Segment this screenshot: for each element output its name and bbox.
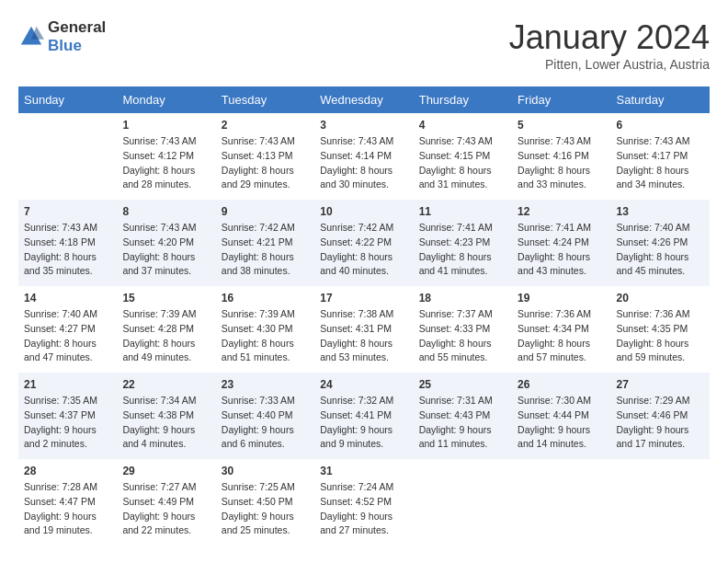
calendar-header: SundayMondayTuesdayWednesdayThursdayFrid… — [18, 86, 710, 113]
day-detail: Sunrise: 7:40 AMSunset: 4:26 PMDaylight:… — [617, 221, 704, 279]
day-detail: Sunrise: 7:43 AMSunset: 4:16 PMDaylight:… — [518, 134, 605, 192]
calendar-cell: 8Sunrise: 7:43 AMSunset: 4:20 PMDaylight… — [117, 200, 215, 286]
week-row-1: 7Sunrise: 7:43 AMSunset: 4:18 PMDaylight… — [18, 200, 710, 286]
day-detail: Sunrise: 7:28 AMSunset: 4:47 PMDaylight:… — [24, 480, 111, 538]
day-number: 7 — [24, 205, 111, 218]
day-number: 24 — [320, 378, 407, 391]
weekday-header-monday: Monday — [117, 86, 215, 113]
calendar-cell: 17Sunrise: 7:38 AMSunset: 4:31 PMDayligh… — [314, 286, 413, 373]
calendar-cell: 3Sunrise: 7:43 AMSunset: 4:14 PMDaylight… — [314, 113, 413, 200]
weekday-header-thursday: Thursday — [414, 86, 512, 113]
weekday-header-wednesday: Wednesday — [314, 86, 413, 113]
weekday-header-row: SundayMondayTuesdayWednesdayThursdayFrid… — [18, 86, 710, 113]
logo-text: General Blue — [48, 18, 106, 55]
day-detail: Sunrise: 7:25 AMSunset: 4:50 PMDaylight:… — [222, 480, 309, 538]
weekday-header-friday: Friday — [512, 86, 610, 113]
day-number: 1 — [122, 119, 210, 132]
calendar-cell: 29Sunrise: 7:27 AMSunset: 4:49 PMDayligh… — [117, 459, 215, 546]
calendar-table: SundayMondayTuesdayWednesdayThursdayFrid… — [18, 86, 710, 546]
calendar-cell: 9Sunrise: 7:42 AMSunset: 4:21 PMDaylight… — [216, 200, 314, 286]
day-number: 8 — [122, 205, 210, 218]
calendar-cell: 13Sunrise: 7:40 AMSunset: 4:26 PMDayligh… — [611, 200, 710, 286]
weekday-header-saturday: Saturday — [611, 86, 710, 113]
day-detail: Sunrise: 7:43 AMSunset: 4:12 PMDaylight:… — [122, 134, 210, 192]
day-detail: Sunrise: 7:43 AMSunset: 4:17 PMDaylight:… — [617, 134, 704, 192]
day-detail: Sunrise: 7:43 AMSunset: 4:13 PMDaylight:… — [222, 134, 309, 192]
day-number: 19 — [518, 292, 605, 304]
day-detail: Sunrise: 7:42 AMSunset: 4:21 PMDaylight:… — [222, 221, 309, 279]
day-detail: Sunrise: 7:27 AMSunset: 4:49 PMDaylight:… — [122, 480, 210, 538]
day-number: 18 — [419, 292, 506, 304]
calendar-cell: 19Sunrise: 7:36 AMSunset: 4:34 PMDayligh… — [512, 286, 610, 373]
day-detail: Sunrise: 7:38 AMSunset: 4:31 PMDaylight:… — [320, 307, 407, 365]
day-number: 14 — [24, 292, 111, 304]
day-number: 25 — [419, 378, 506, 391]
day-detail: Sunrise: 7:34 AMSunset: 4:38 PMDaylight:… — [122, 394, 210, 452]
calendar-cell: 30Sunrise: 7:25 AMSunset: 4:50 PMDayligh… — [216, 459, 314, 546]
day-detail: Sunrise: 7:35 AMSunset: 4:37 PMDaylight:… — [24, 394, 111, 452]
calendar-cell — [18, 113, 117, 200]
calendar-cell: 21Sunrise: 7:35 AMSunset: 4:37 PMDayligh… — [18, 373, 117, 459]
day-detail: Sunrise: 7:42 AMSunset: 4:22 PMDaylight:… — [320, 221, 407, 279]
calendar-cell: 24Sunrise: 7:32 AMSunset: 4:41 PMDayligh… — [314, 373, 413, 459]
day-number: 2 — [222, 119, 309, 132]
day-detail: Sunrise: 7:43 AMSunset: 4:18 PMDaylight:… — [24, 221, 111, 279]
calendar-cell — [611, 459, 710, 546]
day-number: 30 — [222, 465, 309, 477]
day-number: 26 — [518, 378, 605, 391]
day-detail: Sunrise: 7:24 AMSunset: 4:52 PMDaylight:… — [320, 480, 407, 538]
day-detail: Sunrise: 7:37 AMSunset: 4:33 PMDaylight:… — [419, 307, 506, 365]
title-block: January 2024 Pitten, Lower Austria, Aust… — [509, 18, 710, 72]
week-row-4: 28Sunrise: 7:28 AMSunset: 4:47 PMDayligh… — [18, 459, 710, 546]
week-row-3: 21Sunrise: 7:35 AMSunset: 4:37 PMDayligh… — [18, 373, 710, 459]
logo-icon — [18, 24, 44, 50]
calendar-cell: 10Sunrise: 7:42 AMSunset: 4:22 PMDayligh… — [314, 200, 413, 286]
day-number: 5 — [518, 119, 605, 132]
day-detail: Sunrise: 7:43 AMSunset: 4:14 PMDaylight:… — [320, 134, 407, 192]
day-number: 13 — [617, 205, 704, 218]
calendar-cell: 1Sunrise: 7:43 AMSunset: 4:12 PMDaylight… — [117, 113, 215, 200]
day-number: 29 — [122, 465, 210, 477]
page-header: General Blue January 2024 Pitten, Lower … — [18, 18, 710, 72]
day-detail: Sunrise: 7:36 AMSunset: 4:35 PMDaylight:… — [617, 307, 704, 365]
day-number: 17 — [320, 292, 407, 304]
day-detail: Sunrise: 7:30 AMSunset: 4:44 PMDaylight:… — [518, 394, 605, 452]
calendar-cell: 4Sunrise: 7:43 AMSunset: 4:15 PMDaylight… — [414, 113, 512, 200]
day-number: 28 — [24, 465, 111, 477]
calendar-cell: 15Sunrise: 7:39 AMSunset: 4:28 PMDayligh… — [117, 286, 215, 373]
calendar-cell: 12Sunrise: 7:41 AMSunset: 4:24 PMDayligh… — [512, 200, 610, 286]
day-number: 4 — [419, 119, 506, 132]
day-number: 22 — [122, 378, 210, 391]
calendar-cell: 5Sunrise: 7:43 AMSunset: 4:16 PMDaylight… — [512, 113, 610, 200]
calendar-cell: 28Sunrise: 7:28 AMSunset: 4:47 PMDayligh… — [18, 459, 117, 546]
calendar-cell: 2Sunrise: 7:43 AMSunset: 4:13 PMDaylight… — [216, 113, 314, 200]
day-number: 12 — [518, 205, 605, 218]
calendar-cell — [512, 459, 610, 546]
calendar-cell: 14Sunrise: 7:40 AMSunset: 4:27 PMDayligh… — [18, 286, 117, 373]
day-detail: Sunrise: 7:31 AMSunset: 4:43 PMDaylight:… — [419, 394, 506, 452]
calendar-cell: 27Sunrise: 7:29 AMSunset: 4:46 PMDayligh… — [611, 373, 710, 459]
day-number: 20 — [617, 292, 704, 304]
day-detail: Sunrise: 7:43 AMSunset: 4:20 PMDaylight:… — [122, 221, 210, 279]
day-detail: Sunrise: 7:39 AMSunset: 4:30 PMDaylight:… — [222, 307, 309, 365]
weekday-header-sunday: Sunday — [18, 86, 117, 113]
day-number: 27 — [617, 378, 704, 391]
calendar-cell: 26Sunrise: 7:30 AMSunset: 4:44 PMDayligh… — [512, 373, 610, 459]
calendar-cell: 18Sunrise: 7:37 AMSunset: 4:33 PMDayligh… — [414, 286, 512, 373]
day-detail: Sunrise: 7:40 AMSunset: 4:27 PMDaylight:… — [24, 307, 111, 365]
day-detail: Sunrise: 7:41 AMSunset: 4:23 PMDaylight:… — [419, 221, 506, 279]
day-detail: Sunrise: 7:33 AMSunset: 4:40 PMDaylight:… — [222, 394, 309, 452]
day-number: 23 — [222, 378, 309, 391]
day-number: 31 — [320, 465, 407, 477]
day-number: 15 — [122, 292, 210, 304]
week-row-2: 14Sunrise: 7:40 AMSunset: 4:27 PMDayligh… — [18, 286, 710, 373]
day-detail: Sunrise: 7:41 AMSunset: 4:24 PMDaylight:… — [518, 221, 605, 279]
day-number: 3 — [320, 119, 407, 132]
calendar-title: January 2024 — [509, 18, 710, 57]
day-detail: Sunrise: 7:32 AMSunset: 4:41 PMDaylight:… — [320, 394, 407, 452]
day-number: 11 — [419, 205, 506, 218]
calendar-cell: 16Sunrise: 7:39 AMSunset: 4:30 PMDayligh… — [216, 286, 314, 373]
day-detail: Sunrise: 7:43 AMSunset: 4:15 PMDaylight:… — [419, 134, 506, 192]
calendar-cell: 23Sunrise: 7:33 AMSunset: 4:40 PMDayligh… — [216, 373, 314, 459]
day-detail: Sunrise: 7:29 AMSunset: 4:46 PMDaylight:… — [617, 394, 704, 452]
